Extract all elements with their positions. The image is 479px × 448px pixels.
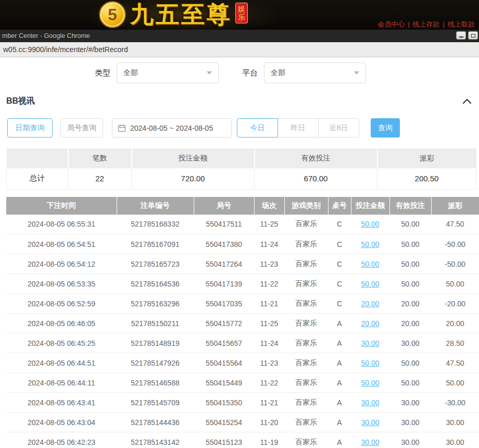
bet-amount-link[interactable]: 20.00 [361, 300, 379, 308]
window-title: mber Center - Google Chrome [2, 32, 90, 40]
cell-round: 550415254 [194, 413, 254, 432]
cell-table-no: C [328, 254, 351, 274]
bet-amount-link[interactable]: 50.00 [361, 260, 379, 268]
cell-round: 550417035 [194, 294, 254, 314]
cell-round: 550417380 [194, 234, 254, 254]
minimize-button[interactable] [456, 31, 466, 40]
calendar-icon [118, 124, 126, 132]
cell-bet: 50.00 [351, 254, 389, 274]
quick-date-group: 今日 昨日 近8日 [237, 118, 359, 138]
bet-amount-link[interactable]: 50.00 [361, 220, 379, 228]
top-nav: 会员中心|线上存款|线上取款 [377, 20, 475, 29]
bet-amount-link[interactable]: 50.00 [361, 280, 379, 288]
cell-session: 11-19 [254, 432, 284, 448]
collapse-button[interactable] [462, 98, 472, 104]
bet-amount-link[interactable]: 30.00 [361, 418, 379, 427]
section-header: BB视讯 [6, 96, 472, 107]
date-range-input[interactable]: 2024-08-05 ~ 2024-08-05 [112, 118, 232, 138]
cell-time: 2024-08-05 06:55:31 [6, 215, 117, 234]
bet-amount-link[interactable]: 30.00 [361, 438, 379, 446]
cell-game: 百家乐 [284, 234, 328, 254]
table-row: 2024-08-05 06:54:51521785167091550417380… [6, 234, 479, 254]
browser-urlbar[interactable]: w05.cc:9900/infe/mcenter/#/betRecord [0, 42, 479, 57]
bet-amount-link[interactable]: 20.00 [361, 319, 379, 328]
cell-game: 百家乐 [284, 393, 328, 413]
cell-session: 11-22 [254, 373, 284, 393]
cell-table-no: C [328, 215, 351, 234]
cell-time: 2024-08-05 06:42:23 [6, 432, 117, 448]
cell-session: 11-25 [254, 215, 284, 234]
bet-amount-link[interactable]: 50.00 [361, 379, 379, 387]
cell-round: 550415772 [194, 314, 254, 333]
table-row: 2024-08-05 06:53:35521785164536550417139… [6, 274, 479, 294]
search-button[interactable]: 查询 [371, 118, 400, 138]
site-header: 5 九五至尊 娱乐 会员中心|线上存款|线上取款 [0, 0, 479, 30]
last8days-button[interactable]: 近8日 [318, 118, 359, 138]
date-query-button[interactable]: 日期查询 [7, 118, 53, 138]
logo-badge: 娱乐 [235, 3, 248, 23]
summary-bet-amount: 720.00 [132, 168, 255, 189]
cell-bet: 30.00 [351, 333, 389, 353]
site-logo: 5 九五至尊 娱乐 [99, 1, 248, 28]
cell-time: 2024-08-05 06:45:25 [6, 333, 117, 353]
bet-amount-link[interactable]: 50.00 [361, 359, 379, 367]
summary-count: 22 [68, 168, 132, 189]
bet-table-body: 2024-08-05 06:55:31521785168332550417511… [6, 215, 479, 448]
bet-amount-link[interactable]: 30.00 [361, 399, 379, 407]
header-valid-bet: 有效投注 [389, 197, 431, 215]
cell-table-no: A [328, 353, 351, 373]
filter-row: 类型 全部 平台 全部 [95, 63, 479, 83]
cell-time: 2024-08-05 06:43:04 [6, 413, 117, 432]
cell-bet-id: 521785144436 [117, 413, 194, 432]
minimize-icon [459, 36, 463, 38]
cell-session: 11-24 [254, 333, 284, 353]
summary-header-bet-amount: 投注金额 [132, 148, 255, 168]
chevron-up-icon [462, 98, 472, 104]
nav-online-withdraw[interactable]: 线上取款 [448, 20, 475, 28]
maximize-icon [471, 34, 475, 38]
cell-bet-id: 521785163296 [117, 294, 194, 314]
type-select[interactable]: 全部 [117, 63, 219, 83]
browser-titlebar: mber Center - Google Chrome [0, 30, 479, 42]
type-label: 类型 [95, 68, 110, 78]
cell-table-no: A [328, 432, 351, 448]
cell-game: 百家乐 [284, 353, 328, 373]
table-row: 2024-08-05 06:46:05521785150211550415772… [6, 314, 479, 333]
cell-time: 2024-08-05 06:54:51 [6, 234, 117, 254]
summary-header-valid-bet: 有效投注 [255, 148, 377, 168]
bet-amount-link[interactable]: 50.00 [361, 240, 379, 248]
cell-bet-id: 521785164536 [117, 274, 194, 294]
header-bet-time: 下注时间 [6, 197, 117, 215]
nav-online-deposit[interactable]: 线上存款 [413, 20, 440, 28]
cell-round: 550415657 [194, 333, 254, 353]
cell-session: 11-23 [254, 254, 284, 274]
platform-label: 平台 [242, 68, 258, 78]
cell-payout: -20.00 [431, 294, 479, 314]
cell-valid: 20.00 [389, 294, 431, 314]
cell-round: 550415123 [194, 432, 254, 448]
table-row: 2024-08-05 06:44:11521785146588550415449… [6, 373, 479, 393]
type-select-value: 全部 [123, 68, 207, 78]
cell-table-no: A [328, 373, 351, 393]
header-bet-amount: 投注金额 [351, 197, 389, 215]
cell-session: 11-20 [254, 413, 284, 432]
summary-payout: 200.50 [377, 168, 476, 189]
round-query-button[interactable]: 局号查询 [60, 118, 103, 138]
bet-amount-link[interactable]: 30.00 [361, 339, 379, 347]
nav-separator: | [443, 20, 445, 28]
cell-bet-id: 521785167091 [117, 234, 194, 254]
cell-game: 百家乐 [284, 254, 328, 274]
cell-valid: 50.00 [389, 274, 431, 294]
cell-valid: 30.00 [389, 333, 431, 353]
yesterday-button[interactable]: 昨日 [278, 118, 319, 138]
platform-select[interactable]: 全部 [264, 63, 366, 83]
nav-separator: | [408, 20, 409, 28]
nav-member-center[interactable]: 会员中心 [377, 20, 405, 28]
cell-table-no: A [328, 393, 351, 413]
cell-game: 百家乐 [284, 413, 328, 432]
cell-bet-id: 521785168332 [117, 215, 194, 234]
header-payout: 派彩 [431, 197, 479, 215]
maximize-button[interactable] [468, 31, 478, 40]
today-button[interactable]: 今日 [237, 118, 278, 138]
cell-bet: 30.00 [351, 413, 389, 432]
